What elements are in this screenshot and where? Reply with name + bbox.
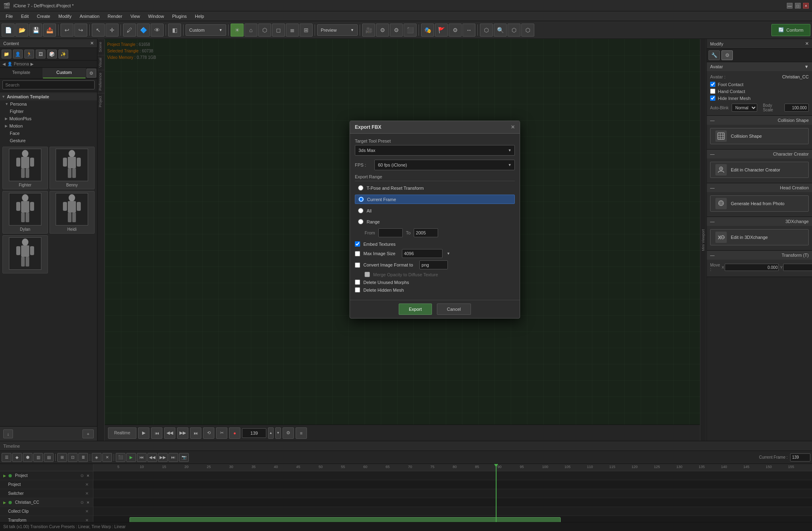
loop-btn[interactable]: ⟲ (203, 427, 214, 439)
radio-current-input[interactable] (358, 197, 364, 202)
rp-tab2[interactable]: ⚙ (721, 50, 733, 60)
delete-morphs-checkbox[interactable] (355, 280, 360, 285)
collision-shape-button[interactable]: Collision Shape (710, 128, 809, 144)
fps-select[interactable]: 60 fps (iClone) 24 fps 30 fps 120 fps (374, 160, 515, 170)
tb-icon5[interactable]: ⌂ (244, 24, 257, 37)
play-btn[interactable]: ▶ (138, 427, 149, 439)
close-btn[interactable]: ✕ (803, 3, 809, 9)
range-to-input[interactable] (414, 228, 438, 237)
tb-icon20[interactable]: ⬡ (508, 24, 520, 37)
prev-btn[interactable]: ⏮ (151, 427, 162, 439)
tl-next2-btn[interactable]: ⏭ (168, 453, 178, 462)
tl-del-btn[interactable]: ✕ (102, 453, 112, 462)
tree-gesture[interactable]: Gesture (0, 137, 97, 144)
hand-contact-label[interactable]: Hand Contact (718, 89, 745, 94)
transform-section-header[interactable]: — Transform (T) (707, 251, 812, 260)
menu-animation[interactable]: Animation (76, 13, 104, 20)
cancel-button[interactable]: Cancel (437, 303, 471, 315)
convert-format-select[interactable]: pngjpgtga (419, 260, 448, 269)
convert-image-label[interactable]: Convert Image Format to (363, 262, 413, 267)
open-btn[interactable]: 📂 (15, 24, 28, 37)
tb-icon2[interactable]: 🔷 (137, 24, 150, 37)
tl-frame-input[interactable]: 139 (790, 453, 810, 462)
tb-icon8[interactable]: ≣ (286, 24, 299, 37)
tl-prev2-btn[interactable]: ⏮ (137, 453, 147, 462)
delete-morphs-label[interactable]: Delete Unused Morphs (363, 280, 409, 285)
menu-create[interactable]: Create (33, 13, 54, 20)
menu-render[interactable]: Render (104, 13, 126, 20)
foot-contact-label[interactable]: Foot Contact (718, 82, 743, 87)
tl-close-switcher[interactable]: ✕ (84, 491, 90, 496)
merge-label[interactable]: Merge Opacity to Diffuse Texture (373, 272, 438, 277)
max-image-checkbox[interactable] (355, 251, 360, 256)
next-btn[interactable]: ⏭ (190, 427, 201, 439)
edit-in-cc-button[interactable]: Edit in Character Creator (710, 162, 809, 178)
auto-blink-select[interactable]: NormalFastSlowOff (732, 104, 757, 112)
tb-icon3[interactable]: 👁 (151, 24, 164, 37)
foot-contact-checkbox[interactable] (710, 82, 715, 87)
save-btn[interactable]: 💾 (29, 24, 42, 37)
thumb-fighter[interactable]: Fighter (2, 147, 48, 189)
tb-icon19[interactable]: 🔍 (494, 24, 507, 37)
menu-window[interactable]: Window (144, 13, 168, 20)
embed-textures-label[interactable]: Embed Textures (363, 242, 395, 247)
tl-close-collect[interactable]: ✕ (84, 509, 90, 514)
delete-hidden-label[interactable]: Delete Hidden Mesh (363, 288, 404, 293)
preview-dropdown[interactable]: Preview ▼ (317, 24, 358, 36)
cut-btn[interactable]: ✂ (216, 427, 227, 439)
menu-modify[interactable]: Modify (54, 13, 76, 20)
generate-head-button[interactable]: Generate Head from Photo (710, 195, 809, 212)
tree-face[interactable]: Face (0, 130, 97, 137)
undo-btn[interactable]: ↩ (60, 24, 73, 37)
tree-motionplus[interactable]: ▶ MotionPlus (0, 115, 97, 122)
sun-btn[interactable]: ☀ (231, 24, 244, 37)
y-input[interactable]: -97.191 (783, 264, 812, 271)
move-btn[interactable]: ✛ (106, 24, 119, 37)
tree-fighter[interactable]: Fighter (0, 108, 97, 115)
hand-contact-checkbox[interactable] (710, 89, 715, 94)
tl-close-project[interactable]: ✕ (84, 482, 90, 488)
tab-custom[interactable]: Custom (43, 68, 86, 78)
conform-button[interactable]: 🔄 Conform (771, 24, 810, 36)
tl-key-btn[interactable]: ◆ (12, 453, 22, 462)
panel-down-btn[interactable]: ↓ (3, 429, 13, 438)
realtime-btn[interactable]: Realtime (108, 427, 136, 439)
project-label[interactable]: Project (97, 93, 104, 110)
thumb-benny[interactable]: Benny (50, 147, 95, 189)
minimize-btn[interactable]: — (787, 3, 793, 9)
tl-snap-btn[interactable]: ⊞ (57, 453, 67, 462)
target-tool-select[interactable]: 3ds Max Maya Blender Unity Unreal (355, 145, 515, 156)
tb-icon13[interactable]: ⬛ (404, 24, 417, 37)
tb-icon6[interactable]: ⬡ (258, 24, 271, 37)
tl-cam-btn[interactable]: 📷 (179, 453, 189, 462)
menu-plugins[interactable]: Plugins (168, 13, 191, 20)
tl-snap3-btn[interactable]: ≣ (78, 453, 88, 462)
avatar-section-header[interactable]: Avatar ▼ (707, 62, 812, 71)
new-btn[interactable]: 📄 (2, 24, 15, 37)
frame-up-btn[interactable]: ▲ (268, 427, 274, 439)
tb-icon21[interactable]: ⬡ (521, 24, 534, 37)
tl-menu-btn[interactable]: ☰ (2, 453, 11, 462)
hide-inner-mesh-checkbox[interactable] (710, 95, 715, 101)
cc-section-header[interactable]: — Character Creator (707, 150, 812, 158)
scene-label[interactable]: Scene (97, 39, 104, 55)
tb-icon18[interactable]: ⬡ (480, 24, 493, 37)
tb-icon16[interactable]: ⚙ (449, 24, 462, 37)
tl-key2-btn[interactable]: ⬢ (23, 453, 32, 462)
radio-tpose-input[interactable] (358, 185, 363, 191)
body-scale-input[interactable]: 100.000 (784, 104, 809, 112)
modify-close-icon[interactable]: ✕ (805, 41, 809, 46)
menu-edit[interactable]: Edit (17, 13, 33, 20)
rec-btn[interactable]: ● (229, 427, 240, 439)
menu-help[interactable]: Help (191, 13, 208, 20)
x-input[interactable]: 0.000 (725, 264, 779, 271)
frame-down-btn[interactable]: ▼ (275, 427, 281, 439)
settings-btn[interactable]: ⚙ (283, 427, 294, 439)
frame-input[interactable]: 139 (242, 428, 266, 438)
content-img-icon[interactable]: 🖼 (36, 50, 45, 59)
tree-motion[interactable]: ▶ Motion (0, 122, 97, 130)
tl-key4-btn[interactable]: ▤ (44, 453, 54, 462)
tb-icon9[interactable]: ⊞ (300, 24, 313, 37)
content-run-icon[interactable]: 🏃 (24, 50, 34, 59)
tb-icon15[interactable]: 🚩 (435, 24, 448, 37)
